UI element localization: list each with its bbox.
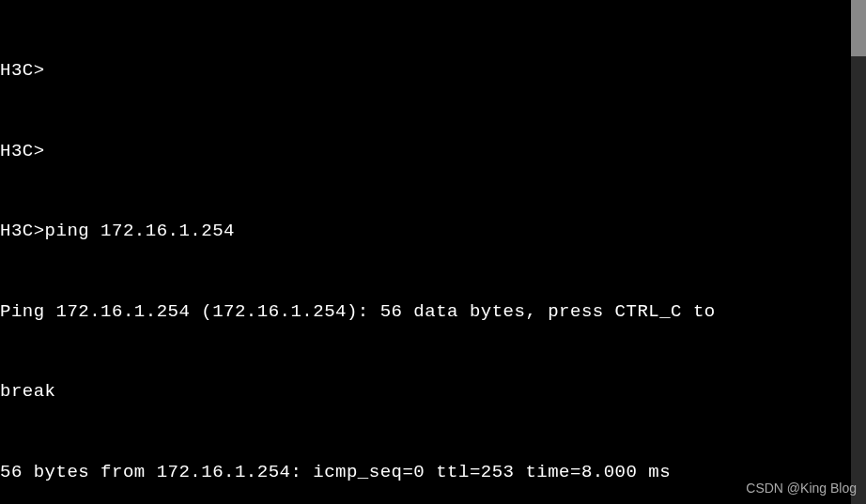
- ping-command-line: H3C>ping 172.16.1.254: [0, 218, 866, 245]
- ping-header-line: Ping 172.16.1.254 (172.16.1.254): 56 dat…: [0, 298, 866, 326]
- watermark-text: CSDN @King Blog: [746, 479, 857, 498]
- terminal-output[interactable]: H3C> H3C> H3C>ping 172.16.1.254 Ping 172…: [0, 4, 866, 504]
- scrollbar-track[interactable]: [851, 0, 866, 504]
- prompt-line: H3C>: [0, 138, 866, 165]
- prompt-line: H3C>: [0, 57, 866, 84]
- ping-header-line: break: [0, 378, 866, 405]
- scrollbar-thumb[interactable]: [851, 0, 866, 56]
- ping-reply-line: 56 bytes from 172.16.1.254: icmp_seq=0 t…: [0, 459, 866, 486]
